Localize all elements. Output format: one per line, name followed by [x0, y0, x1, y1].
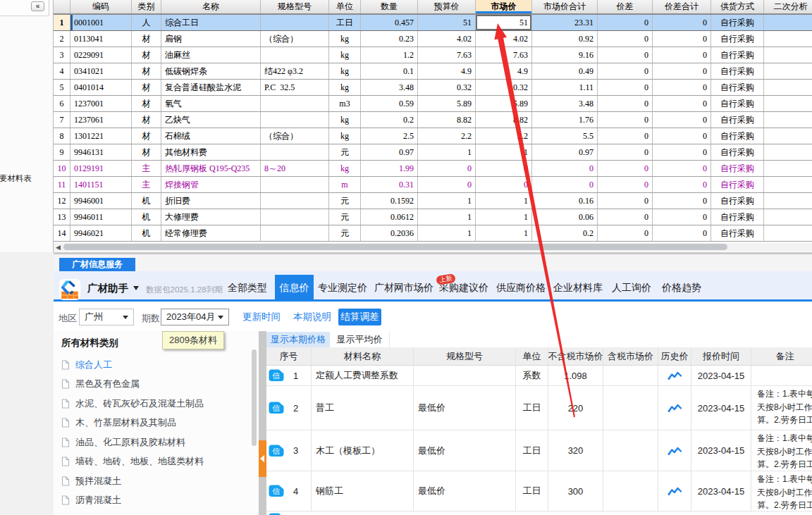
cell-date[interactable]: 2023-04-15 [691, 471, 751, 511]
tab-average-price[interactable]: 显示平均价 [330, 332, 390, 347]
cell-analysis[interactable] [764, 193, 812, 209]
cell-supply[interactable]: 自行采购 [711, 47, 764, 63]
table-row[interactable]: 100129191主热轧厚钢板 Q195-Q2358～20kg1.9900000… [54, 161, 812, 177]
cell-history[interactable] [658, 386, 691, 430]
cell-name[interactable]: 综合工日 [161, 15, 261, 30]
cell-unit[interactable]: 工日 [329, 15, 361, 30]
cell-num[interactable]: 9 [54, 144, 70, 160]
cell-cat[interactable]: 机 [132, 209, 161, 225]
cell-budget[interactable]: 1 [418, 193, 476, 209]
nav-item-0[interactable]: 全部类型 [228, 275, 267, 301]
cell-diff[interactable]: 0 [598, 63, 653, 79]
cell-market[interactable]: 51 [476, 15, 532, 30]
detail-table-row[interactable]: 信2普工最低价工日2202023-04-15备注：1.表中每工日天按8小时工作时… [266, 386, 812, 430]
top-col-budget[interactable]: 预算价 [418, 0, 476, 13]
cell-supply[interactable]: 自行采购 [711, 63, 764, 79]
sidebar-item-3[interactable]: 木、竹基层材料及其制品 [54, 414, 259, 433]
app-title[interactable]: 广材助手 [87, 282, 128, 295]
cell-code[interactable]: 9946131 [70, 144, 132, 160]
cell-unit[interactable]: 元 [329, 225, 361, 241]
top-col-qty[interactable]: 数量 [361, 0, 418, 13]
cell-name[interactable]: 钢筋工 [312, 471, 414, 511]
cell-unit[interactable]: 系数 [516, 366, 548, 385]
cell-remark[interactable]: 备注：1.表中每工日天按8小时工作时间计算。2.劳务日工资单价 [751, 430, 812, 471]
cell-spec[interactable]: 最低价 [414, 386, 516, 430]
nav-item-7[interactable]: 人工询价 [612, 275, 651, 301]
top-col-diff_total[interactable]: 价差合计 [653, 0, 711, 13]
cell-cat[interactable]: 材 [132, 112, 161, 128]
cell-market_total[interactable]: 0.06 [532, 209, 598, 225]
update-time-button[interactable]: 更新时间 [238, 309, 285, 325]
cell-cat[interactable]: 材 [132, 144, 161, 160]
cell-price[interactable]: 220 [548, 386, 603, 430]
cell-name[interactable]: 扁钢 [161, 31, 261, 46]
cell-cat[interactable]: 材 [132, 96, 161, 111]
cell-name[interactable]: 木工（模板工） [312, 430, 414, 471]
detail-col-remark[interactable]: 备注 [751, 347, 812, 365]
settlement-adjust-button[interactable]: 结算调差 [338, 309, 381, 325]
cell-diff_total[interactable]: 0 [653, 225, 711, 241]
cell-qty[interactable]: 0.457 [361, 15, 418, 30]
cell-code[interactable]: 1237061 [70, 112, 132, 128]
cell-market_total[interactable]: 0.97 [532, 144, 598, 160]
detail-col-history[interactable]: 历史价 [658, 347, 691, 365]
cell-market[interactable]: 1 [476, 193, 532, 209]
cell-qty[interactable]: 0.97 [361, 144, 418, 160]
top-col-diff[interactable]: 价差 [598, 0, 653, 13]
cell-remark[interactable] [751, 366, 812, 385]
cell-diff[interactable]: 0 [598, 177, 653, 192]
cell-spec[interactable]: 最低价 [414, 471, 516, 511]
cell-diff[interactable]: 0 [598, 96, 653, 111]
cell-analysis[interactable] [764, 31, 812, 46]
cell-unit[interactable]: 工日 [516, 386, 548, 430]
cell-spec[interactable]: 最低价 [414, 430, 516, 471]
cell-budget[interactable]: 1 [418, 225, 476, 241]
detail-col-tax_price[interactable]: 含税市场价 [603, 347, 658, 365]
nav-item-5[interactable]: 供应商价格 [496, 275, 546, 301]
cell-cat[interactable]: 材 [132, 31, 161, 46]
cell-num[interactable]: 14 [54, 225, 70, 241]
cell-unit[interactable]: 元 [329, 209, 361, 225]
cell-name[interactable]: 复合普通硅酸盐水泥 [161, 80, 261, 95]
cell-diff_total[interactable]: 0 [653, 128, 711, 144]
cell-num[interactable]: 4 [54, 63, 70, 79]
table-row[interactable]: 149946021机经常修理费元0.2036110.200自行采购 [54, 225, 812, 242]
app-caret-down-icon[interactable] [133, 286, 139, 293]
detail-col-unit[interactable]: 单位 [516, 347, 548, 365]
cell-name[interactable]: 低碳钢焊条 [161, 63, 261, 79]
cell-spec[interactable] [261, 144, 329, 160]
cell-supply[interactable]: 自行采购 [711, 112, 764, 128]
cell-code[interactable]: 0401014 [70, 80, 132, 95]
cell-budget[interactable]: 4.02 [418, 31, 476, 46]
cell-spec[interactable] [414, 366, 516, 385]
collapse-panel-button[interactable]: « [31, 1, 44, 11]
cell-budget[interactable]: 7.63 [418, 47, 476, 63]
table-row[interactable]: 111401151主焊接钢管m0.3100000自行采购 [54, 177, 812, 193]
cell-name[interactable]: 其他材料费 [161, 144, 261, 160]
cell-code[interactable]: 1237001 [70, 96, 132, 111]
cell-diff_total[interactable]: 0 [653, 47, 711, 63]
cell-remark[interactable]: 备注：1.表中每工日天按8小时工作时间计算。2.劳务日工资单价 [751, 386, 812, 430]
table-row[interactable]: 10001001人综合工日工日0.457515123.3100自行采购 [54, 15, 812, 31]
cell-date[interactable]: 2023-04-15 [691, 430, 751, 471]
top-col-code[interactable]: 编码 [70, 0, 132, 13]
cell-price[interactable]: 320 [548, 430, 603, 471]
scrollbar-thumb[interactable] [63, 244, 727, 250]
cell-spec[interactable]: （综合） [261, 128, 329, 144]
cell-spec[interactable]: 8～20 [261, 161, 329, 176]
cell-spec[interactable]: P.C 32.5 [261, 80, 329, 95]
cell-supply[interactable]: 自行采购 [711, 96, 764, 111]
cell-market[interactable]: 0.32 [476, 80, 532, 95]
sidebar-item-5[interactable]: 墙砖、地砖、地板、地毯类材料 [54, 452, 259, 472]
cell-market[interactable]: 1 [476, 225, 532, 241]
cell-qty[interactable]: 1.2 [361, 47, 418, 63]
cell-market_total[interactable]: 1.11 [532, 80, 598, 95]
cell-cat[interactable]: 材 [132, 63, 161, 79]
cell-supply[interactable]: 自行采购 [711, 193, 764, 209]
detail-col-name[interactable]: 材料名称 [312, 347, 414, 365]
sidebar-scrollbar-thumb[interactable] [252, 349, 257, 446]
detail-table-row[interactable]: 信3木工（模板工）最低价工日3202023-04-15备注：1.表中每工日天按8… [266, 430, 812, 471]
cell-supply[interactable]: 自行采购 [711, 177, 764, 192]
cell-spec[interactable] [261, 47, 329, 63]
cell-no[interactable]: 信1 [266, 366, 312, 385]
